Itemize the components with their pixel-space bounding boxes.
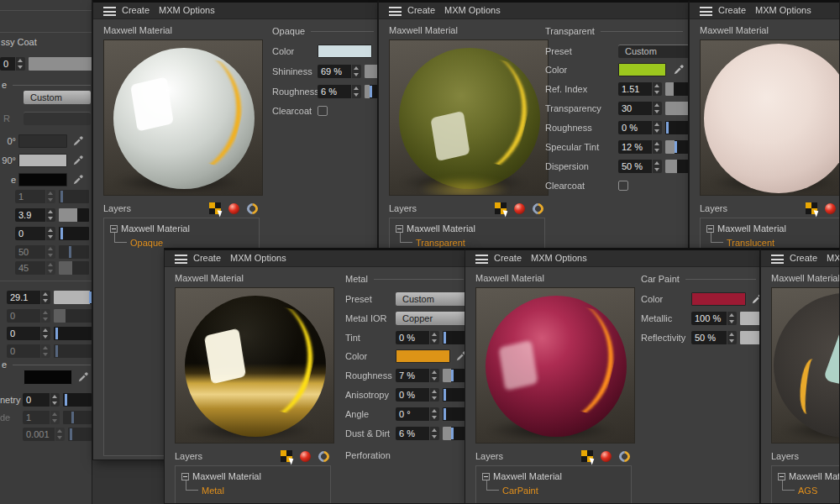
stepper[interactable] — [430, 388, 439, 402]
render-ball-icon[interactable] — [825, 203, 836, 214]
hamburger-menu-icon[interactable] — [103, 7, 116, 16]
metal-ior-dropdown[interactable]: Copper — [396, 312, 467, 325]
disabled-dropdown[interactable] — [24, 112, 91, 125]
stepper[interactable] — [430, 407, 439, 421]
texture-checker-icon[interactable] — [495, 202, 507, 214]
slider[interactable] — [54, 309, 92, 323]
slider[interactable] — [59, 190, 89, 203]
value-field[interactable]: 30 — [618, 102, 652, 115]
menu-item-create[interactable]: Create — [718, 5, 746, 15]
stepper[interactable] — [430, 369, 439, 382]
value-field[interactable]: 0 % — [396, 331, 429, 344]
preset-dropdown[interactable]: Custom — [618, 45, 689, 58]
color-swatch[interactable] — [18, 134, 67, 148]
color-swatch[interactable] — [24, 370, 72, 385]
stepper[interactable] — [46, 190, 55, 203]
stepper[interactable] — [653, 82, 662, 96]
slider[interactable] — [665, 160, 689, 173]
preset-dropdown[interactable]: Custom — [396, 292, 467, 306]
tree-child-item[interactable]: CarPaint — [502, 486, 538, 496]
menu-item-create[interactable]: Create — [122, 5, 150, 15]
color-swatch[interactable] — [318, 45, 372, 58]
tree-expand-icon[interactable] — [706, 225, 714, 233]
tree-child-item[interactable]: Translucent — [727, 238, 774, 248]
texture-checker-icon[interactable] — [209, 202, 221, 214]
stepper[interactable] — [727, 312, 737, 325]
tree-expand-icon[interactable] — [482, 473, 490, 480]
refresh-icon[interactable] — [316, 449, 331, 464]
value-field[interactable]: 1.51 — [618, 82, 652, 96]
value-field[interactable]: 1 — [15, 190, 45, 203]
slider[interactable] — [54, 291, 92, 304]
slider[interactable] — [443, 388, 466, 402]
slider[interactable] — [443, 369, 466, 382]
tree-child-item[interactable]: Opaque — [130, 238, 163, 248]
value-field[interactable]: 0 % — [618, 121, 652, 134]
refresh-icon[interactable] — [617, 449, 632, 464]
stepper[interactable] — [50, 411, 60, 424]
stepper[interactable] — [50, 393, 60, 407]
hamburger-menu-icon[interactable] — [475, 255, 488, 264]
value-field[interactable]: 0 — [7, 309, 40, 323]
stepper[interactable] — [352, 65, 361, 78]
hamburger-menu-icon[interactable] — [175, 255, 187, 264]
value-field[interactable]: 100 % — [691, 312, 727, 325]
stepper[interactable] — [46, 208, 55, 222]
render-ball-icon[interactable] — [601, 451, 612, 462]
stepper[interactable] — [430, 427, 439, 440]
stepper[interactable] — [41, 327, 50, 340]
value-field[interactable]: 50 — [15, 245, 45, 259]
color-swatch[interactable] — [18, 154, 67, 167]
slider[interactable] — [443, 407, 466, 421]
menu-item-mxm-options[interactable]: MXM Options — [230, 253, 286, 263]
value-field[interactable]: 0 — [15, 227, 45, 240]
value-field[interactable]: 1 — [23, 411, 50, 424]
hamburger-menu-icon[interactable] — [389, 7, 402, 16]
value-field[interactable]: 3.9 — [15, 208, 45, 222]
render-ball-icon[interactable] — [514, 203, 525, 214]
refresh-icon[interactable] — [244, 201, 260, 216]
menu-item-create[interactable]: Create — [407, 5, 435, 15]
hamburger-menu-icon[interactable] — [771, 255, 784, 264]
stepper[interactable] — [727, 331, 737, 344]
menu-item-create[interactable]: Create — [494, 253, 522, 263]
slider[interactable] — [665, 82, 689, 96]
slider[interactable] — [365, 85, 378, 98]
eyedropper-icon[interactable] — [72, 155, 84, 166]
stepper[interactable] — [352, 85, 361, 98]
tree-expand-icon[interactable] — [110, 225, 118, 233]
tree-expand-icon[interactable] — [778, 473, 785, 480]
value-field[interactable]: 50 % — [691, 331, 727, 344]
stepper[interactable] — [41, 309, 50, 323]
eyedropper-icon[interactable] — [72, 135, 84, 147]
menu-item-mxm-options[interactable]: MXM Options — [531, 253, 587, 263]
eyedropper-icon[interactable] — [77, 371, 89, 383]
slider[interactable] — [740, 312, 760, 325]
slider[interactable] — [29, 57, 92, 71]
menu-item-mxm-options[interactable]: MXM Options — [159, 5, 215, 15]
value-field[interactable]: 50 % — [618, 160, 652, 173]
tree-child-item[interactable]: AGS — [798, 486, 817, 496]
slider[interactable] — [443, 427, 466, 440]
slider[interactable] — [54, 327, 92, 340]
preset-dropdown[interactable]: Custom — [24, 91, 91, 104]
texture-checker-icon[interactable] — [581, 450, 593, 462]
stepper[interactable] — [46, 245, 55, 259]
stepper[interactable] — [430, 331, 439, 344]
menu-item-create[interactable]: Create — [193, 253, 221, 263]
tree-child-item[interactable]: Metal — [202, 486, 224, 496]
value-field[interactable]: 7 % — [396, 369, 429, 382]
menu-item-mxm-options[interactable]: MXM Options — [444, 5, 501, 15]
value-field[interactable]: 6 % — [318, 85, 351, 98]
slider[interactable] — [665, 140, 689, 154]
slider[interactable] — [54, 344, 92, 358]
eyedropper-icon[interactable] — [72, 174, 84, 186]
tree-expand-icon[interactable] — [181, 473, 189, 480]
eyedropper-icon[interactable] — [673, 64, 685, 76]
stepper[interactable] — [41, 291, 50, 304]
slider[interactable] — [740, 331, 760, 344]
stepper[interactable] — [16, 57, 25, 71]
value-field[interactable]: 0 — [0, 57, 15, 71]
color-swatch[interactable] — [618, 63, 666, 76]
clearcoat-checkbox[interactable] — [618, 181, 628, 191]
